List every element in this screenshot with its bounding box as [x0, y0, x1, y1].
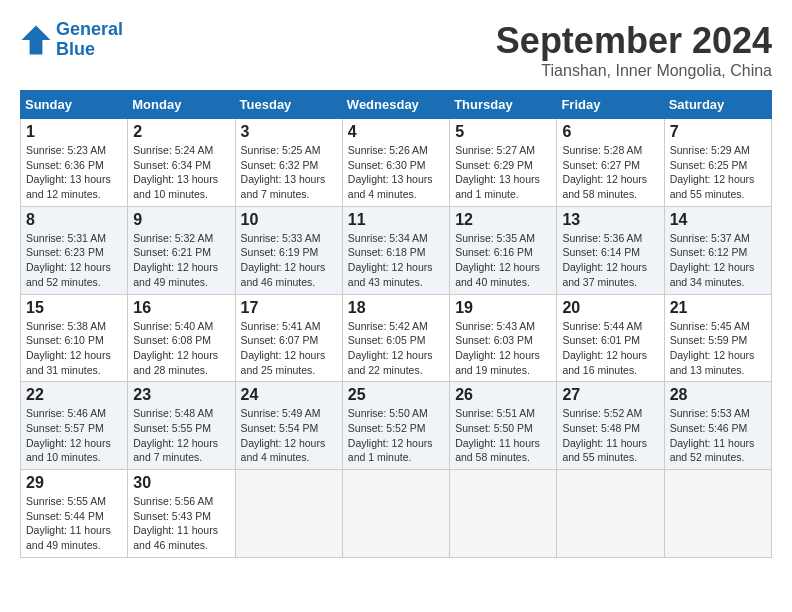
- calendar-cell: 19Sunrise: 5:43 AMSunset: 6:03 PMDayligh…: [450, 294, 557, 382]
- day-info: Sunrise: 5:49 AMSunset: 5:54 PMDaylight:…: [241, 406, 337, 465]
- day-info: Sunrise: 5:29 AMSunset: 6:25 PMDaylight:…: [670, 143, 766, 202]
- logo: General Blue: [20, 20, 123, 60]
- logo-text: General Blue: [56, 20, 123, 60]
- day-number: 14: [670, 211, 766, 229]
- calendar-week-row: 8Sunrise: 5:31 AMSunset: 6:23 PMDaylight…: [21, 206, 772, 294]
- calendar-cell: 8Sunrise: 5:31 AMSunset: 6:23 PMDaylight…: [21, 206, 128, 294]
- day-number: 10: [241, 211, 337, 229]
- calendar-cell: 27Sunrise: 5:52 AMSunset: 5:48 PMDayligh…: [557, 382, 664, 470]
- day-info: Sunrise: 5:35 AMSunset: 6:16 PMDaylight:…: [455, 231, 551, 290]
- calendar-cell: 21Sunrise: 5:45 AMSunset: 5:59 PMDayligh…: [664, 294, 771, 382]
- day-number: 25: [348, 386, 444, 404]
- day-info: Sunrise: 5:28 AMSunset: 6:27 PMDaylight:…: [562, 143, 658, 202]
- weekday-header-thursday: Thursday: [450, 91, 557, 119]
- day-info: Sunrise: 5:26 AMSunset: 6:30 PMDaylight:…: [348, 143, 444, 202]
- day-info: Sunrise: 5:56 AMSunset: 5:43 PMDaylight:…: [133, 494, 229, 553]
- calendar-cell: 6Sunrise: 5:28 AMSunset: 6:27 PMDaylight…: [557, 119, 664, 207]
- day-number: 20: [562, 299, 658, 317]
- day-number: 11: [348, 211, 444, 229]
- calendar-cell: 25Sunrise: 5:50 AMSunset: 5:52 PMDayligh…: [342, 382, 449, 470]
- day-info: Sunrise: 5:32 AMSunset: 6:21 PMDaylight:…: [133, 231, 229, 290]
- calendar-cell: 17Sunrise: 5:41 AMSunset: 6:07 PMDayligh…: [235, 294, 342, 382]
- day-number: 4: [348, 123, 444, 141]
- weekday-header-sunday: Sunday: [21, 91, 128, 119]
- weekday-header-row: SundayMondayTuesdayWednesdayThursdayFrid…: [21, 91, 772, 119]
- calendar-week-row: 15Sunrise: 5:38 AMSunset: 6:10 PMDayligh…: [21, 294, 772, 382]
- calendar-week-row: 1Sunrise: 5:23 AMSunset: 6:36 PMDaylight…: [21, 119, 772, 207]
- day-number: 24: [241, 386, 337, 404]
- calendar-cell: 29Sunrise: 5:55 AMSunset: 5:44 PMDayligh…: [21, 470, 128, 558]
- calendar-cell: 26Sunrise: 5:51 AMSunset: 5:50 PMDayligh…: [450, 382, 557, 470]
- day-number: 16: [133, 299, 229, 317]
- day-info: Sunrise: 5:31 AMSunset: 6:23 PMDaylight:…: [26, 231, 122, 290]
- day-number: 23: [133, 386, 229, 404]
- calendar-cell: 7Sunrise: 5:29 AMSunset: 6:25 PMDaylight…: [664, 119, 771, 207]
- day-number: 30: [133, 474, 229, 492]
- day-info: Sunrise: 5:24 AMSunset: 6:34 PMDaylight:…: [133, 143, 229, 202]
- day-info: Sunrise: 5:53 AMSunset: 5:46 PMDaylight:…: [670, 406, 766, 465]
- day-number: 27: [562, 386, 658, 404]
- weekday-header-saturday: Saturday: [664, 91, 771, 119]
- day-number: 22: [26, 386, 122, 404]
- weekday-header-wednesday: Wednesday: [342, 91, 449, 119]
- day-number: 7: [670, 123, 766, 141]
- calendar-cell: 3Sunrise: 5:25 AMSunset: 6:32 PMDaylight…: [235, 119, 342, 207]
- calendar-cell: 28Sunrise: 5:53 AMSunset: 5:46 PMDayligh…: [664, 382, 771, 470]
- calendar-cell: 23Sunrise: 5:48 AMSunset: 5:55 PMDayligh…: [128, 382, 235, 470]
- calendar-week-row: 29Sunrise: 5:55 AMSunset: 5:44 PMDayligh…: [21, 470, 772, 558]
- day-info: Sunrise: 5:50 AMSunset: 5:52 PMDaylight:…: [348, 406, 444, 465]
- day-number: 17: [241, 299, 337, 317]
- day-info: Sunrise: 5:44 AMSunset: 6:01 PMDaylight:…: [562, 319, 658, 378]
- weekday-header-monday: Monday: [128, 91, 235, 119]
- weekday-header-tuesday: Tuesday: [235, 91, 342, 119]
- day-number: 18: [348, 299, 444, 317]
- calendar-cell: [342, 470, 449, 558]
- day-number: 2: [133, 123, 229, 141]
- main-title: September 2024: [496, 20, 772, 62]
- day-number: 21: [670, 299, 766, 317]
- header: General Blue September 2024 Tianshan, In…: [20, 20, 772, 80]
- day-info: Sunrise: 5:45 AMSunset: 5:59 PMDaylight:…: [670, 319, 766, 378]
- calendar-cell: 10Sunrise: 5:33 AMSunset: 6:19 PMDayligh…: [235, 206, 342, 294]
- day-number: 28: [670, 386, 766, 404]
- day-info: Sunrise: 5:33 AMSunset: 6:19 PMDaylight:…: [241, 231, 337, 290]
- weekday-header-friday: Friday: [557, 91, 664, 119]
- calendar-cell: 9Sunrise: 5:32 AMSunset: 6:21 PMDaylight…: [128, 206, 235, 294]
- calendar-table: SundayMondayTuesdayWednesdayThursdayFrid…: [20, 90, 772, 558]
- calendar-cell: 14Sunrise: 5:37 AMSunset: 6:12 PMDayligh…: [664, 206, 771, 294]
- day-number: 5: [455, 123, 551, 141]
- day-info: Sunrise: 5:34 AMSunset: 6:18 PMDaylight:…: [348, 231, 444, 290]
- day-info: Sunrise: 5:55 AMSunset: 5:44 PMDaylight:…: [26, 494, 122, 553]
- day-number: 8: [26, 211, 122, 229]
- day-number: 26: [455, 386, 551, 404]
- day-number: 29: [26, 474, 122, 492]
- calendar-cell: 12Sunrise: 5:35 AMSunset: 6:16 PMDayligh…: [450, 206, 557, 294]
- day-info: Sunrise: 5:23 AMSunset: 6:36 PMDaylight:…: [26, 143, 122, 202]
- calendar-cell: 13Sunrise: 5:36 AMSunset: 6:14 PMDayligh…: [557, 206, 664, 294]
- calendar-cell: 5Sunrise: 5:27 AMSunset: 6:29 PMDaylight…: [450, 119, 557, 207]
- calendar-cell: 4Sunrise: 5:26 AMSunset: 6:30 PMDaylight…: [342, 119, 449, 207]
- calendar-cell: 20Sunrise: 5:44 AMSunset: 6:01 PMDayligh…: [557, 294, 664, 382]
- calendar-cell: 2Sunrise: 5:24 AMSunset: 6:34 PMDaylight…: [128, 119, 235, 207]
- calendar-cell: [664, 470, 771, 558]
- calendar-cell: 30Sunrise: 5:56 AMSunset: 5:43 PMDayligh…: [128, 470, 235, 558]
- day-info: Sunrise: 5:48 AMSunset: 5:55 PMDaylight:…: [133, 406, 229, 465]
- calendar-cell: [557, 470, 664, 558]
- day-number: 13: [562, 211, 658, 229]
- subtitle: Tianshan, Inner Mongolia, China: [496, 62, 772, 80]
- day-info: Sunrise: 5:36 AMSunset: 6:14 PMDaylight:…: [562, 231, 658, 290]
- logo-line1: General: [56, 19, 123, 39]
- day-number: 1: [26, 123, 122, 141]
- logo-icon: [20, 24, 52, 56]
- day-number: 6: [562, 123, 658, 141]
- day-info: Sunrise: 5:46 AMSunset: 5:57 PMDaylight:…: [26, 406, 122, 465]
- day-info: Sunrise: 5:51 AMSunset: 5:50 PMDaylight:…: [455, 406, 551, 465]
- day-info: Sunrise: 5:38 AMSunset: 6:10 PMDaylight:…: [26, 319, 122, 378]
- day-info: Sunrise: 5:25 AMSunset: 6:32 PMDaylight:…: [241, 143, 337, 202]
- day-number: 9: [133, 211, 229, 229]
- day-info: Sunrise: 5:42 AMSunset: 6:05 PMDaylight:…: [348, 319, 444, 378]
- day-info: Sunrise: 5:43 AMSunset: 6:03 PMDaylight:…: [455, 319, 551, 378]
- day-number: 19: [455, 299, 551, 317]
- day-number: 15: [26, 299, 122, 317]
- day-info: Sunrise: 5:40 AMSunset: 6:08 PMDaylight:…: [133, 319, 229, 378]
